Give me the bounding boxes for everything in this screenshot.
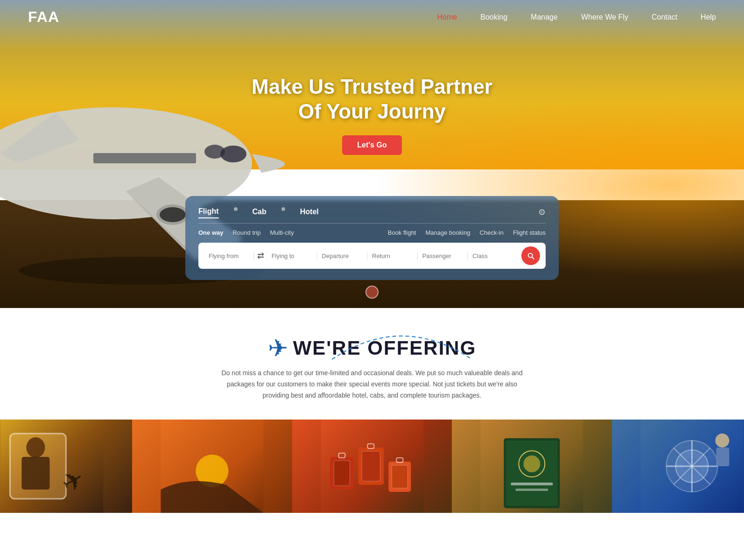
offering-cards: ✈ — [0, 420, 744, 513]
gear-icon[interactable]: ⚙ — [538, 208, 546, 217]
flying-to-input[interactable] — [272, 252, 312, 259]
card-luggage[interactable] — [292, 420, 452, 513]
return-input[interactable] — [372, 252, 413, 259]
svg-point-39 — [716, 434, 730, 448]
flying-to-group — [267, 252, 317, 259]
svg-rect-40 — [716, 448, 730, 466]
subtab-book-flight[interactable]: Book flight — [388, 229, 416, 236]
nav-link-where-we-fly[interactable]: Where We Fly — [581, 13, 628, 21]
card-sunset-wing[interactable] — [132, 420, 292, 513]
nav-item-contact[interactable]: Contact — [652, 13, 677, 21]
nav-item-manage[interactable]: Manage — [531, 13, 558, 21]
subtab-flight-status[interactable]: Flight status — [513, 229, 546, 236]
subtab-one-way[interactable]: One way — [198, 229, 223, 236]
hero-title-line1: Make Us Trusted Partner — [252, 75, 492, 98]
search-subtabs: One way Round trip Multi-city Book fligh… — [198, 229, 546, 236]
departure-input[interactable] — [322, 252, 362, 259]
nav-item-booking[interactable]: Booking — [480, 13, 507, 21]
departure-group — [317, 252, 367, 259]
tab-hotel[interactable]: Hotel — [300, 207, 319, 218]
nav-links: Home Booking Manage Where We Fly Contact… — [437, 13, 716, 21]
svg-rect-29 — [511, 483, 553, 485]
card-mechanic[interactable] — [612, 420, 744, 513]
return-group — [367, 252, 418, 259]
search-panel: Flight Cab Hotel ⚙ One way Round trip Mu… — [185, 196, 559, 280]
hotel-tab-label: Hotel — [300, 208, 319, 216]
passenger-input[interactable] — [422, 252, 463, 259]
offering-description: Do not miss a chance to get our time-lim… — [213, 368, 531, 401]
logo: FAA — [28, 8, 59, 26]
tab-divider-1 — [234, 207, 238, 211]
nav-item-help[interactable]: Help — [701, 13, 716, 21]
nav-link-home[interactable]: Home — [437, 13, 457, 21]
subtab-check-in[interactable]: Check-in — [480, 229, 504, 236]
search-icon — [526, 252, 535, 260]
svg-rect-3 — [93, 153, 196, 163]
svg-point-28 — [524, 455, 540, 472]
subtab-multi-city[interactable]: Multi-city — [270, 229, 294, 236]
class-group — [468, 252, 518, 259]
card-airplane-window[interactable]: ✈ — [0, 420, 132, 513]
svg-rect-11 — [21, 457, 49, 490]
subtab-manage-booking[interactable]: Manage booking — [425, 229, 470, 236]
svg-point-5 — [160, 207, 186, 222]
hero-section: FAA Home Booking Manage Where We Fly Con… — [0, 0, 744, 308]
svg-rect-18 — [362, 451, 380, 481]
passenger-group — [418, 252, 468, 259]
svg-point-10 — [26, 437, 45, 458]
hero-title-line2: Of Your Journy — [298, 100, 446, 123]
flying-from-group — [204, 252, 254, 259]
offering-arc — [327, 327, 477, 364]
nav-link-help[interactable]: Help — [701, 13, 716, 21]
tab-divider-2 — [281, 207, 285, 211]
flying-from-input[interactable] — [209, 252, 249, 259]
flight-tab-label: Flight — [198, 207, 219, 216]
hero-content: Make Us Trusted Partner Of Your Journy L… — [209, 75, 535, 155]
nav-link-booking[interactable]: Booking — [480, 13, 507, 21]
card-passport[interactable] — [452, 420, 612, 513]
search-button[interactable] — [521, 246, 540, 265]
swap-button[interactable]: ⇄ — [254, 251, 267, 261]
offering-plane-icon: ✈ — [268, 336, 288, 360]
nav-item-where-we-fly[interactable]: Where We Fly — [581, 13, 628, 21]
svg-rect-16 — [334, 461, 350, 486]
trip-type-tabs: One way Round trip Multi-city — [198, 229, 294, 236]
nav-link-manage[interactable]: Manage — [531, 13, 558, 21]
navbar: FAA Home Booking Manage Where We Fly Con… — [0, 0, 744, 34]
settings-area: ⚙ — [538, 207, 546, 218]
offering-section: ✈ WE'RE OFFERING Do not miss a chance to… — [0, 308, 744, 401]
offering-header: ✈ WE'RE OFFERING — [28, 336, 716, 360]
lets-go-button[interactable]: Let's Go — [342, 135, 401, 155]
tab-flight[interactable]: Flight — [198, 207, 219, 218]
subtab-round-trip[interactable]: Round trip — [232, 229, 260, 236]
svg-rect-20 — [392, 465, 407, 488]
search-main-tabs: Flight Cab Hotel ⚙ — [198, 207, 546, 224]
action-tabs: Book flight Manage booking Check-in Flig… — [388, 229, 546, 236]
tab-cab[interactable]: Cab — [253, 207, 267, 218]
search-input-row: ⇄ — [198, 243, 546, 269]
hero-title: Make Us Trusted Partner Of Your Journy — [209, 75, 535, 124]
cab-tab-label: Cab — [253, 208, 267, 216]
class-input[interactable] — [472, 252, 513, 259]
svg-rect-30 — [516, 489, 548, 491]
carousel-indicator[interactable] — [365, 286, 379, 299]
nav-item-home[interactable]: Home — [437, 13, 457, 21]
nav-link-contact[interactable]: Contact — [652, 13, 677, 21]
